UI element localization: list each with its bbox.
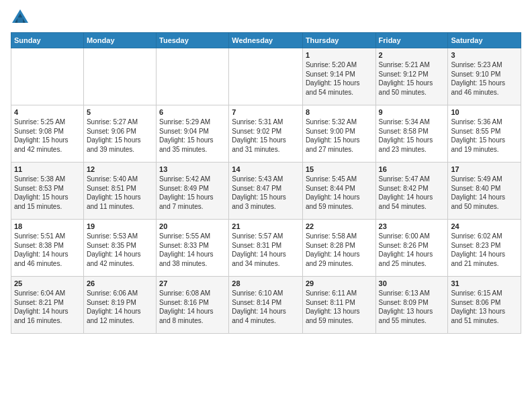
day-number: 13 bbox=[159, 165, 226, 173]
day-number: 14 bbox=[232, 165, 300, 173]
day-info: Sunrise: 5:42 AM Sunset: 8:49 PM Dayligh… bbox=[159, 175, 226, 211]
weekday-row: SundayMondayTuesdayWednesdayThursdayFrid… bbox=[11, 33, 521, 48]
page: SundayMondayTuesdayWednesdayThursdayFrid… bbox=[0, 0, 532, 411]
day-number: 23 bbox=[379, 222, 445, 230]
day-cell: 20Sunrise: 5:55 AM Sunset: 8:33 PM Dayli… bbox=[157, 220, 229, 277]
day-number: 27 bbox=[159, 279, 226, 287]
day-info: Sunrise: 5:29 AM Sunset: 9:04 PM Dayligh… bbox=[159, 118, 226, 154]
day-info: Sunrise: 5:31 AM Sunset: 9:02 PM Dayligh… bbox=[232, 118, 300, 154]
day-cell: 17Sunrise: 5:49 AM Sunset: 8:40 PM Dayli… bbox=[448, 163, 521, 220]
weekday-header-wednesday: Wednesday bbox=[229, 33, 303, 48]
day-cell: 27Sunrise: 6:08 AM Sunset: 8:16 PM Dayli… bbox=[157, 277, 229, 334]
weekday-header-sunday: Sunday bbox=[11, 33, 84, 48]
day-number: 30 bbox=[379, 279, 445, 287]
day-info: Sunrise: 6:11 AM Sunset: 8:11 PM Dayligh… bbox=[306, 289, 373, 325]
day-info: Sunrise: 5:32 AM Sunset: 9:00 PM Dayligh… bbox=[306, 118, 373, 154]
day-number: 11 bbox=[14, 165, 81, 173]
day-cell bbox=[11, 48, 84, 105]
day-info: Sunrise: 5:49 AM Sunset: 8:40 PM Dayligh… bbox=[451, 175, 518, 211]
header bbox=[11, 8, 521, 27]
day-info: Sunrise: 5:45 AM Sunset: 8:44 PM Dayligh… bbox=[306, 175, 373, 211]
day-info: Sunrise: 6:13 AM Sunset: 8:09 PM Dayligh… bbox=[379, 289, 445, 325]
day-cell: 22Sunrise: 5:58 AM Sunset: 8:28 PM Dayli… bbox=[302, 220, 375, 277]
weekday-header-thursday: Thursday bbox=[302, 33, 375, 48]
day-info: Sunrise: 6:08 AM Sunset: 8:16 PM Dayligh… bbox=[159, 289, 226, 325]
day-info: Sunrise: 5:23 AM Sunset: 9:10 PM Dayligh… bbox=[451, 60, 518, 97]
day-cell: 26Sunrise: 6:06 AM Sunset: 8:19 PM Dayli… bbox=[83, 277, 156, 334]
day-number: 26 bbox=[87, 279, 153, 287]
day-info: Sunrise: 5:51 AM Sunset: 8:38 PM Dayligh… bbox=[14, 232, 81, 268]
day-number: 20 bbox=[159, 222, 226, 230]
day-number: 25 bbox=[14, 279, 81, 287]
day-cell: 7Sunrise: 5:31 AM Sunset: 9:02 PM Daylig… bbox=[229, 105, 303, 163]
day-cell: 4Sunrise: 5:25 AM Sunset: 9:08 PM Daylig… bbox=[11, 105, 84, 163]
day-cell: 9Sunrise: 5:34 AM Sunset: 8:58 PM Daylig… bbox=[375, 105, 448, 163]
day-cell: 18Sunrise: 5:51 AM Sunset: 8:38 PM Dayli… bbox=[11, 220, 84, 277]
day-info: Sunrise: 5:40 AM Sunset: 8:51 PM Dayligh… bbox=[87, 175, 153, 211]
day-cell: 2Sunrise: 5:21 AM Sunset: 9:12 PM Daylig… bbox=[375, 48, 448, 105]
day-number: 2 bbox=[379, 51, 445, 59]
day-number: 17 bbox=[451, 165, 518, 173]
day-number: 9 bbox=[379, 108, 445, 116]
calendar: SundayMondayTuesdayWednesdayThursdayFrid… bbox=[11, 32, 521, 334]
week-row-3: 18Sunrise: 5:51 AM Sunset: 8:38 PM Dayli… bbox=[11, 220, 521, 277]
day-cell: 11Sunrise: 5:38 AM Sunset: 8:53 PM Dayli… bbox=[11, 163, 84, 220]
day-info: Sunrise: 5:38 AM Sunset: 8:53 PM Dayligh… bbox=[14, 175, 81, 211]
calendar-body: 1Sunrise: 5:20 AM Sunset: 9:14 PM Daylig… bbox=[11, 48, 521, 334]
day-cell: 12Sunrise: 5:40 AM Sunset: 8:51 PM Dayli… bbox=[83, 163, 156, 220]
day-number: 7 bbox=[232, 108, 300, 116]
week-row-0: 1Sunrise: 5:20 AM Sunset: 9:14 PM Daylig… bbox=[11, 48, 521, 105]
weekday-header-monday: Monday bbox=[83, 33, 156, 48]
day-number: 8 bbox=[306, 108, 373, 116]
day-info: Sunrise: 5:25 AM Sunset: 9:08 PM Dayligh… bbox=[14, 118, 81, 154]
week-row-1: 4Sunrise: 5:25 AM Sunset: 9:08 PM Daylig… bbox=[11, 105, 521, 163]
day-cell: 1Sunrise: 5:20 AM Sunset: 9:14 PM Daylig… bbox=[302, 48, 375, 105]
day-number: 22 bbox=[306, 222, 373, 230]
day-info: Sunrise: 5:47 AM Sunset: 8:42 PM Dayligh… bbox=[379, 175, 445, 211]
day-number: 18 bbox=[14, 222, 81, 230]
logo-icon bbox=[11, 8, 30, 27]
weekday-header-saturday: Saturday bbox=[448, 33, 521, 48]
week-row-2: 11Sunrise: 5:38 AM Sunset: 8:53 PM Dayli… bbox=[11, 163, 521, 220]
day-info: Sunrise: 5:34 AM Sunset: 8:58 PM Dayligh… bbox=[379, 118, 445, 154]
day-number: 24 bbox=[451, 222, 518, 230]
day-cell bbox=[83, 48, 156, 105]
day-number: 5 bbox=[87, 108, 153, 116]
day-info: Sunrise: 5:36 AM Sunset: 8:55 PM Dayligh… bbox=[451, 118, 518, 154]
calendar-header: SundayMondayTuesdayWednesdayThursdayFrid… bbox=[11, 33, 521, 48]
day-cell: 14Sunrise: 5:43 AM Sunset: 8:47 PM Dayli… bbox=[229, 163, 303, 220]
day-info: Sunrise: 5:58 AM Sunset: 8:28 PM Dayligh… bbox=[306, 232, 373, 268]
day-cell: 5Sunrise: 5:27 AM Sunset: 9:06 PM Daylig… bbox=[83, 105, 156, 163]
day-number: 16 bbox=[379, 165, 445, 173]
svg-rect-2 bbox=[17, 17, 23, 23]
day-cell: 13Sunrise: 5:42 AM Sunset: 8:49 PM Dayli… bbox=[157, 163, 229, 220]
weekday-header-tuesday: Tuesday bbox=[157, 33, 229, 48]
day-cell: 24Sunrise: 6:02 AM Sunset: 8:23 PM Dayli… bbox=[448, 220, 521, 277]
day-cell: 21Sunrise: 5:57 AM Sunset: 8:31 PM Dayli… bbox=[229, 220, 303, 277]
day-info: Sunrise: 5:27 AM Sunset: 9:06 PM Dayligh… bbox=[87, 118, 153, 154]
day-info: Sunrise: 5:55 AM Sunset: 8:33 PM Dayligh… bbox=[159, 232, 226, 268]
day-cell: 10Sunrise: 5:36 AM Sunset: 8:55 PM Dayli… bbox=[448, 105, 521, 163]
day-number: 4 bbox=[14, 108, 81, 116]
day-cell: 3Sunrise: 5:23 AM Sunset: 9:10 PM Daylig… bbox=[448, 48, 521, 105]
day-number: 19 bbox=[87, 222, 153, 230]
day-info: Sunrise: 6:10 AM Sunset: 8:14 PM Dayligh… bbox=[232, 289, 300, 325]
week-row-4: 25Sunrise: 6:04 AM Sunset: 8:21 PM Dayli… bbox=[11, 277, 521, 334]
day-number: 29 bbox=[306, 279, 373, 287]
day-cell: 6Sunrise: 5:29 AM Sunset: 9:04 PM Daylig… bbox=[157, 105, 229, 163]
day-cell: 15Sunrise: 5:45 AM Sunset: 8:44 PM Dayli… bbox=[302, 163, 375, 220]
day-number: 10 bbox=[451, 108, 518, 116]
day-number: 21 bbox=[232, 222, 300, 230]
day-cell: 19Sunrise: 5:53 AM Sunset: 8:35 PM Dayli… bbox=[83, 220, 156, 277]
day-cell: 30Sunrise: 6:13 AM Sunset: 8:09 PM Dayli… bbox=[375, 277, 448, 334]
day-info: Sunrise: 5:20 AM Sunset: 9:14 PM Dayligh… bbox=[306, 60, 373, 97]
day-cell: 29Sunrise: 6:11 AM Sunset: 8:11 PM Dayli… bbox=[302, 277, 375, 334]
day-cell: 31Sunrise: 6:15 AM Sunset: 8:06 PM Dayli… bbox=[448, 277, 521, 334]
day-number: 15 bbox=[306, 165, 373, 173]
weekday-header-friday: Friday bbox=[375, 33, 448, 48]
day-info: Sunrise: 6:15 AM Sunset: 8:06 PM Dayligh… bbox=[451, 289, 518, 325]
day-info: Sunrise: 5:43 AM Sunset: 8:47 PM Dayligh… bbox=[232, 175, 300, 211]
day-number: 31 bbox=[451, 279, 518, 287]
day-cell: 8Sunrise: 5:32 AM Sunset: 9:00 PM Daylig… bbox=[302, 105, 375, 163]
day-info: Sunrise: 6:00 AM Sunset: 8:26 PM Dayligh… bbox=[379, 232, 445, 268]
